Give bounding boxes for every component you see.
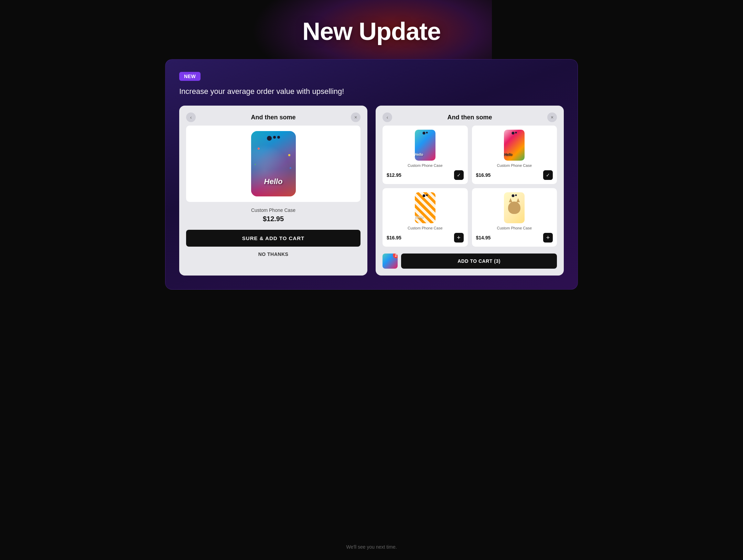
mini-camera-3 <box>422 194 428 197</box>
mini-price-row-2: $16.95 ✓ <box>476 170 553 180</box>
no-thanks-button[interactable]: NO THANKS <box>186 251 360 257</box>
footer-text: We'll see you next time. <box>346 537 397 560</box>
mini-cam-dot-2-main <box>512 132 515 134</box>
cart-badge: 2 <box>393 254 398 258</box>
mini-cam-dot-3-main <box>422 194 425 197</box>
right-nav-close-button[interactable]: × <box>547 112 557 122</box>
hero-title: New Update <box>7 17 736 45</box>
mini-price-row-1: $12.95 ✓ <box>387 170 464 180</box>
mini-camera-4 <box>512 194 517 197</box>
sure-add-to-cart-button[interactable]: SURE & ADD TO CART <box>186 230 360 247</box>
product-grid: Hello Custom Phone Case $12.95 ✓ <box>383 126 557 247</box>
new-badge: NEW <box>179 72 201 81</box>
left-product-image-box: Hello <box>186 126 360 202</box>
cat-image <box>508 202 520 214</box>
add-item-4-button[interactable]: + <box>543 233 553 243</box>
right-demo-title: And then some <box>392 114 547 121</box>
grid-item-3: Hello Custom Phone Case $16.95 + <box>383 188 468 247</box>
mini-cam-dot-3 <box>426 194 428 196</box>
mini-case-4 <box>504 192 525 223</box>
cat-ear-left <box>509 198 512 202</box>
mini-label-3: Hello <box>415 215 423 219</box>
mini-case-1: Hello <box>415 130 435 161</box>
mini-cam-dot-1 <box>426 132 428 133</box>
select-item-2-button[interactable]: ✓ <box>543 170 553 180</box>
add-item-3-button[interactable]: + <box>454 233 464 243</box>
mini-product-name-3: Custom Phone Case <box>408 226 443 230</box>
mini-price-3: $16.95 <box>387 235 401 240</box>
left-phone-case-image: Hello <box>251 131 296 196</box>
mini-case-3: Hello <box>415 192 435 223</box>
left-nav-close-button[interactable]: × <box>351 112 360 122</box>
cart-thumbnail: 2 <box>383 254 398 269</box>
cat-ear-right <box>516 198 520 202</box>
hero-section: New Update <box>0 0 743 59</box>
left-demo-title: And then some <box>196 114 351 121</box>
mini-price-1: $12.95 <box>387 172 401 178</box>
mini-camera-2 <box>512 132 517 134</box>
camera-dots <box>267 136 280 141</box>
left-nav-prev-button[interactable]: ‹ <box>186 112 196 122</box>
demos-row: ‹ And then some × <box>179 106 564 276</box>
add-to-cart-button[interactable]: ADD TO CART (3) <box>401 254 557 269</box>
main-card: NEW Increase your average order value wi… <box>165 59 578 290</box>
left-demo-header: ‹ And then some × <box>186 112 360 122</box>
camera-dot-2 <box>277 136 280 139</box>
phone-case-label: Hello <box>264 177 283 186</box>
right-demo-card: ‹ And then some × Hello Custom Phone Cas… <box>376 106 564 276</box>
mini-label-2: Hello <box>504 153 512 157</box>
right-nav-prev-button[interactable]: ‹ <box>383 112 392 122</box>
mini-price-row-3: $16.95 + <box>387 233 464 243</box>
grid-item-4: Custom Phone Case $14.95 + <box>472 188 557 247</box>
upsell-headline: Increase your average order value with u… <box>179 87 564 96</box>
select-item-1-button[interactable]: ✓ <box>454 170 464 180</box>
grid-item-1: Hello Custom Phone Case $12.95 ✓ <box>383 126 468 184</box>
confetti-1 <box>258 148 260 150</box>
mini-product-name-1: Custom Phone Case <box>408 163 443 168</box>
mini-camera-1 <box>422 132 428 134</box>
mini-case-2: Hello <box>504 130 525 161</box>
grid-item-2: Hello Custom Phone Case $16.95 ✓ <box>472 126 557 184</box>
mini-price-2: $16.95 <box>476 172 491 178</box>
left-demo-card: ‹ And then some × <box>179 106 367 276</box>
mini-label-1: Hello <box>415 153 423 157</box>
left-product-name: Custom Phone Case <box>251 207 295 213</box>
mini-cam-dot-4 <box>515 194 517 196</box>
mini-price-4: $14.95 <box>476 235 491 240</box>
mini-cam-dot-main <box>422 132 425 134</box>
left-product-price: $12.95 <box>263 215 284 223</box>
right-demo-header: ‹ And then some × <box>383 112 557 122</box>
mini-cam-dot-4-main <box>512 194 515 197</box>
mini-product-name-4: Custom Phone Case <box>497 226 532 230</box>
camera-dot-1 <box>273 136 276 139</box>
camera-dot-main <box>267 136 272 141</box>
cart-footer: 2 ADD TO CART (3) <box>383 254 557 269</box>
mini-cam-dot-2 <box>515 132 517 133</box>
mini-price-row-4: $14.95 + <box>476 233 553 243</box>
mini-product-name-2: Custom Phone Case <box>497 163 532 168</box>
image-overlay <box>251 151 296 196</box>
